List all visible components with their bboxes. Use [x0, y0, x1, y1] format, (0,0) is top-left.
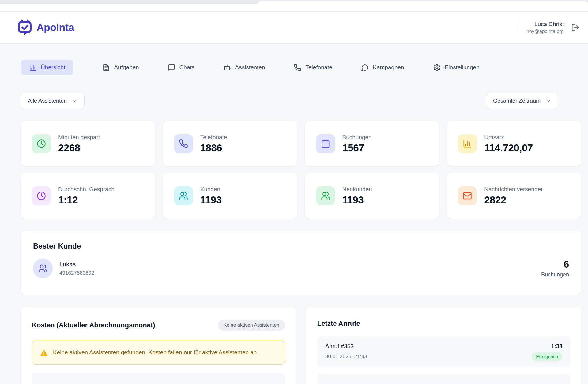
message-circle-icon — [361, 64, 369, 71]
bottom-grid: Kosten (Aktueller Abrechnungsmonat) Kein… — [21, 307, 581, 384]
stat-value: 2268 — [58, 142, 100, 154]
user-name: Luca Christ — [526, 21, 564, 28]
calendar-icon — [316, 134, 335, 153]
primary-nav: ÜbersichtAufgabenChatsAssistentenTelefon… — [21, 60, 581, 75]
tab-aufgaben[interactable]: Aufgaben — [102, 64, 139, 71]
clock-icon — [32, 186, 51, 205]
stats-grid: Minuten gespart2268Telefonate1886Buchung… — [21, 121, 581, 219]
main-content: ÜbersichtAufgabenChatsAssistentenTelefon… — [0, 60, 588, 384]
tab-kampagnen[interactable]: Kampagnen — [361, 64, 404, 71]
stat-card: Durchschn. Gespräch1:12 — [21, 173, 155, 219]
stat-card: Kunden1193 — [163, 173, 297, 219]
stat-card: Nachrichten versendet2822 — [447, 173, 581, 219]
costs-title: Kosten (Aktueller Abrechnungsmonat) — [32, 321, 155, 329]
stat-value: 114.720,07 — [484, 142, 533, 154]
timerange-filter-value: Gesamter Zeitraum — [493, 98, 541, 104]
best-customer-row: Lukas 491627880802 6 Buchungen — [33, 259, 569, 278]
tab-label: Einstellungen — [445, 64, 480, 71]
user-info: Luca Christ hey@apointa.org — [526, 21, 564, 34]
tab-telefonate[interactable]: Telefonate — [294, 64, 332, 71]
chevron-down-icon — [545, 98, 551, 104]
stat-info: Nachrichten versendet2822 — [484, 186, 542, 206]
tab-label: Chats — [179, 64, 195, 71]
stat-info: Minuten gespart2268 — [58, 134, 100, 154]
call-row-bottom: 30.01.2026, 21:43Erfolgreich — [325, 352, 562, 361]
calls-list: Anruf #3531:3830.01.2026, 21:43Erfolgrei… — [317, 336, 570, 367]
recent-calls-title: Letzte Anrufe — [317, 320, 360, 328]
stat-info: Telefonate1886 — [200, 134, 227, 154]
stat-label: Buchungen — [342, 134, 372, 141]
users-icon — [316, 186, 335, 205]
browser-chrome-subbar — [0, 4, 588, 12]
stat-card: Telefonate1886 — [163, 121, 297, 166]
app-header: Apointa Luca Christ hey@apointa.org — [0, 12, 588, 44]
filter-row: Alle Assistenten Gesamter Zeitraum — [21, 93, 581, 109]
stat-label: Neukunden — [342, 186, 372, 193]
browser-tab-shape — [257, 1, 588, 5]
message-square-icon — [168, 64, 175, 71]
stat-label: Minuten gespart — [58, 134, 100, 141]
stat-value: 2822 — [484, 194, 542, 206]
call-datetime: 30.01.2026, 21:43 — [325, 354, 367, 360]
brand-name: Apointa — [36, 21, 74, 33]
stat-card: Neukunden1193 — [305, 173, 439, 219]
phone-icon — [174, 134, 193, 153]
costs-card: Kosten (Aktueller Abrechnungsmonat) Kein… — [21, 307, 296, 384]
tab-label: Übersicht — [41, 64, 65, 71]
apointa-logo-icon — [18, 19, 32, 36]
stat-info: Kunden1193 — [200, 186, 222, 206]
stat-label: Nachrichten versendet — [484, 186, 542, 193]
stat-label: Kunden — [200, 186, 222, 193]
best-customer-title: Bester Kunde — [33, 242, 569, 250]
stat-card: Umsatz114.720,07 — [447, 121, 581, 166]
next-call-entry-partial[interactable] — [317, 374, 570, 384]
tab--bersicht[interactable]: Übersicht — [21, 60, 74, 75]
stat-info: Buchungen1567 — [342, 134, 372, 154]
stat-value: 1:12 — [58, 194, 115, 206]
costs-placeholder-box — [32, 373, 285, 384]
best-customer-info: Lukas 491627880802 — [59, 261, 94, 276]
tab-einstellungen[interactable]: Einstellungen — [433, 64, 480, 71]
logout-icon[interactable] — [571, 23, 579, 32]
chevron-down-icon — [72, 98, 77, 104]
warning-banner: Keine aktiven Assistenten gefunden. Kost… — [32, 340, 285, 365]
recent-calls-head: Letzte Anrufe — [317, 320, 570, 328]
tab-label: Kampagnen — [373, 64, 404, 71]
tab-chats[interactable]: Chats — [168, 64, 195, 71]
users-icon — [38, 264, 47, 273]
stat-value: 1567 — [342, 142, 372, 154]
stat-value: 1886 — [200, 142, 227, 154]
timerange-filter-dropdown[interactable]: Gesamter Zeitraum — [486, 93, 558, 109]
chart-column-icon — [29, 64, 37, 71]
bot-icon — [223, 64, 231, 71]
call-id: Anruf #353 — [325, 343, 354, 350]
stat-label: Umsatz — [484, 134, 533, 141]
tab-label: Assistenten — [235, 64, 265, 71]
clock-icon — [32, 134, 51, 153]
stat-info: Durchschn. Gespräch1:12 — [58, 186, 115, 206]
phone-icon — [294, 64, 301, 71]
settings-icon — [433, 64, 441, 71]
avatar — [33, 259, 53, 278]
tab-label: Telefonate — [305, 64, 332, 71]
users-icon — [174, 186, 193, 205]
chart-column-icon — [458, 134, 477, 153]
warning-triangle-icon — [40, 348, 48, 356]
stat-label: Telefonate — [200, 134, 227, 141]
user-area: Luca Christ hey@apointa.org — [518, 18, 579, 37]
call-duration: 1:38 — [551, 343, 562, 350]
call-entry[interactable]: Anruf #3531:3830.01.2026, 21:43Erfolgrei… — [317, 336, 570, 367]
status-badge: Keine aktiven Assistenten — [218, 320, 285, 331]
tab-assistenten[interactable]: Assistenten — [223, 64, 265, 71]
stat-info: Neukunden1193 — [342, 186, 372, 206]
customer-name: Lukas — [59, 261, 94, 268]
stat-card: Buchungen1567 — [305, 121, 439, 166]
user-email: hey@apointa.org — [526, 29, 564, 34]
assistant-filter-dropdown[interactable]: Alle Assistenten — [21, 93, 85, 109]
booking-count-label: Buchungen — [541, 272, 569, 278]
mail-icon — [458, 186, 477, 205]
warning-text: Keine aktiven Assistenten gefunden. Kost… — [53, 348, 258, 357]
stat-label: Durchschn. Gespräch — [58, 186, 115, 193]
best-customer-count-block: 6 Buchungen — [541, 259, 569, 278]
call-row-top: Anruf #3531:38 — [325, 343, 562, 350]
